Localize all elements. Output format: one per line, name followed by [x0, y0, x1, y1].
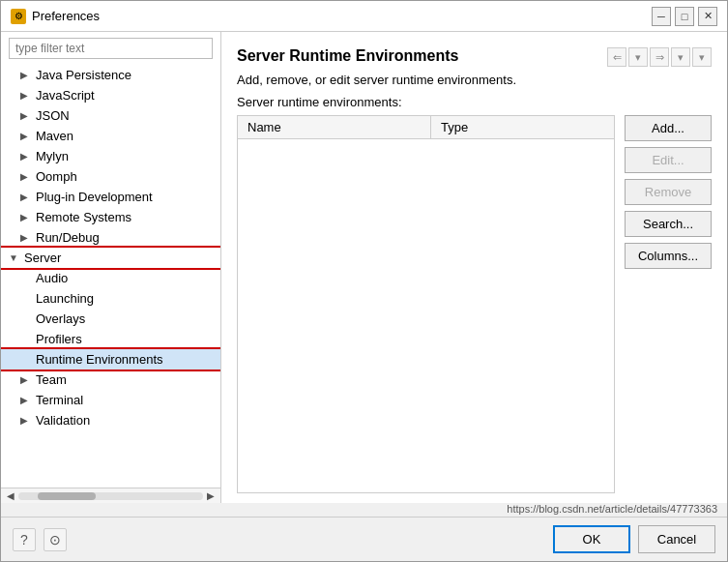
sidebar-item-java-persistence[interactable]: ▶ Java Persistence [1, 65, 220, 85]
sidebar-item-label: Validation [36, 413, 90, 428]
forward-dropdown-button[interactable]: ▾ [671, 47, 690, 67]
help-icon: ? [20, 532, 28, 547]
sidebar-item-remote-systems[interactable]: ▶ Remote Systems [1, 207, 220, 227]
sidebar-item-plugin-development[interactable]: ▶ Plug-in Development [1, 187, 220, 207]
sidebar-item-label: Mylyn [36, 149, 69, 163]
left-panel: ▶ Java Persistence ▶ JavaScript ▶ JSON ▶… [1, 32, 221, 503]
column-type: Type [431, 116, 614, 138]
expand-arrow-icon: ▼ [9, 252, 20, 263]
sidebar-item-javascript[interactable]: ▶ JavaScript [1, 85, 220, 105]
bottom-right: OK Cancel [553, 525, 715, 553]
settings-icon-button[interactable]: ⊙ [44, 528, 67, 551]
sidebar-item-runtime-environments[interactable]: Runtime Environments [1, 349, 220, 370]
ok-button[interactable]: OK [553, 525, 630, 553]
expand-arrow-icon: ▶ [20, 131, 32, 141]
right-panel: Server Runtime Environments ⇐ ▾ ⇒ ▾ ▾ Ad… [221, 32, 727, 503]
action-buttons: Add... Edit... Remove Search... Columns.… [625, 115, 712, 493]
sidebar-item-label: Launching [36, 291, 94, 306]
sidebar-item-label: Audio [36, 271, 68, 285]
expand-arrow-icon: ▶ [20, 171, 32, 182]
sidebar-item-mylyn[interactable]: ▶ Mylyn [1, 146, 220, 166]
preferences-window: ⚙ Preferences ─ □ ✕ ▶ Java Persistence ▶ [0, 0, 728, 562]
expand-arrow-icon: ▶ [20, 110, 32, 121]
content-area: ▶ Java Persistence ▶ JavaScript ▶ JSON ▶… [1, 32, 727, 503]
filter-input[interactable] [9, 38, 213, 59]
back-button[interactable]: ⇐ [607, 47, 626, 67]
sidebar-item-overlays[interactable]: Overlays [1, 309, 220, 329]
title-bar-controls: ─ □ ✕ [652, 7, 717, 26]
sidebar-item-label: Team [36, 372, 67, 387]
remove-button[interactable]: Remove [625, 179, 712, 205]
minimize-button[interactable]: ─ [652, 7, 671, 26]
tree-scroll: ▶ Java Persistence ▶ JavaScript ▶ JSON ▶… [1, 65, 220, 488]
title-bar-left: ⚙ Preferences [11, 9, 100, 24]
back-dropdown-button[interactable]: ▾ [628, 47, 648, 67]
sidebar-item-label: Plug-in Development [36, 190, 153, 204]
main-content: Name Type Add... Edit... Remove Search..… [237, 115, 712, 493]
expand-arrow-icon: ▶ [20, 232, 32, 243]
sidebar-item-label: Remote Systems [36, 210, 131, 224]
sidebar-item-label: Profilers [36, 332, 82, 346]
bottom-left: ? ⊙ [13, 528, 67, 551]
environments-label: Server runtime environments: [237, 95, 712, 109]
expand-arrow-icon: ▶ [20, 374, 32, 385]
sidebar-item-audio[interactable]: Audio [1, 268, 220, 288]
sidebar-item-json[interactable]: ▶ JSON [1, 105, 220, 126]
expand-arrow-icon: ▶ [20, 212, 32, 222]
table-body [238, 139, 614, 488]
sidebar-item-label: Maven [36, 129, 73, 143]
cancel-button[interactable]: Cancel [638, 525, 715, 553]
sidebar-item-oomph[interactable]: ▶ Oomph [1, 166, 220, 187]
sidebar-item-launching[interactable]: Launching [1, 288, 220, 309]
status-bar: https://blog.csdn.net/article/details/47… [1, 503, 727, 517]
settings-icon: ⊙ [49, 532, 61, 547]
table-header: Name Type [238, 116, 614, 139]
sidebar-item-label: Run/Debug [36, 230, 100, 245]
add-button[interactable]: Add... [625, 115, 712, 141]
maximize-button[interactable]: □ [675, 7, 694, 26]
search-button[interactable]: Search... [625, 211, 712, 237]
sidebar-item-terminal[interactable]: ▶ Terminal [1, 390, 220, 410]
sidebar-item-label: JSON [36, 108, 70, 123]
title-bar: ⚙ Preferences ─ □ ✕ [1, 1, 727, 32]
expand-arrow-icon: ▶ [20, 395, 32, 405]
sidebar-item-profilers[interactable]: Profilers [1, 329, 220, 349]
expand-arrow-icon: ▶ [20, 90, 32, 101]
sidebar-item-validation[interactable]: ▶ Validation [1, 410, 220, 430]
horizontal-scrollbar[interactable]: ◀ ▶ [1, 488, 220, 503]
help-button[interactable]: ? [13, 528, 36, 551]
sidebar-item-label: JavaScript [36, 88, 95, 103]
columns-button[interactable]: Columns... [625, 243, 712, 269]
right-panel-top: Server Runtime Environments ⇐ ▾ ⇒ ▾ ▾ [237, 47, 712, 73]
edit-button[interactable]: Edit... [625, 147, 712, 173]
sidebar-item-team[interactable]: ▶ Team [1, 370, 220, 390]
toolbar-row: ⇐ ▾ ⇒ ▾ ▾ [607, 47, 712, 67]
sidebar-item-label: Overlays [36, 311, 85, 326]
sidebar-item-label: Terminal [36, 393, 83, 407]
window-icon: ⚙ [11, 9, 26, 24]
sidebar-item-run-debug[interactable]: ▶ Run/Debug [1, 227, 220, 248]
expand-arrow-icon: ▶ [20, 192, 32, 202]
environments-table: Name Type [237, 115, 615, 493]
bottom-bar: ? ⊙ OK Cancel [1, 517, 727, 561]
column-name: Name [238, 116, 431, 138]
scroll-right-arrow[interactable]: ▶ [203, 488, 218, 504]
more-button[interactable]: ▾ [692, 47, 712, 67]
scroll-thumb[interactable] [38, 492, 96, 500]
expand-arrow-icon: ▶ [20, 415, 32, 426]
forward-button[interactable]: ⇒ [650, 47, 669, 67]
status-text: https://blog.csdn.net/article/details/47… [507, 503, 717, 515]
sidebar-item-maven[interactable]: ▶ Maven [1, 126, 220, 146]
sidebar-item-label: Runtime Environments [36, 352, 163, 367]
close-button[interactable]: ✕ [698, 7, 717, 26]
sidebar-item-label: Oomph [36, 169, 77, 184]
expand-arrow-icon: ▶ [20, 70, 32, 80]
scroll-track [18, 492, 203, 500]
sidebar-item-label: Server [24, 251, 61, 265]
scroll-left-arrow[interactable]: ◀ [3, 488, 18, 504]
expand-arrow-icon: ▶ [20, 151, 32, 162]
window-title: Preferences [32, 9, 100, 23]
sidebar-item-server[interactable]: ▼ Server [1, 248, 220, 268]
sidebar-item-label: Java Persistence [36, 68, 131, 82]
panel-description: Add, remove, or edit server runtime envi… [237, 73, 712, 87]
